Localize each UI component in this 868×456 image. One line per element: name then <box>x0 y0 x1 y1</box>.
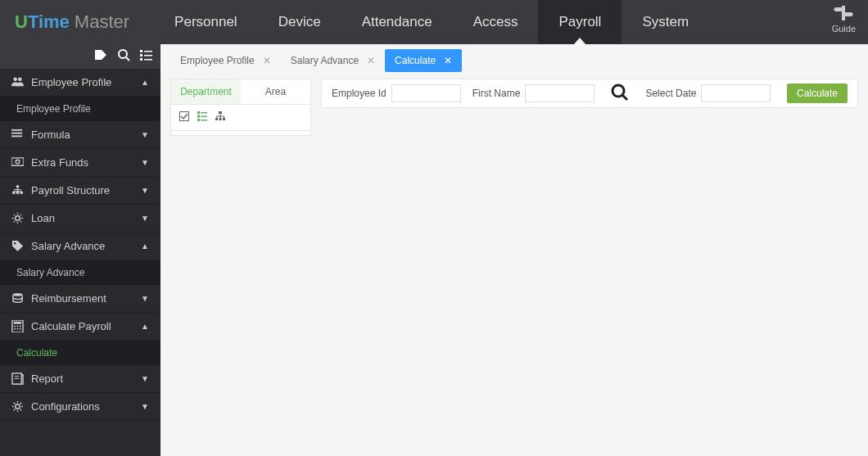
svg-point-33 <box>19 326 20 327</box>
svg-point-57 <box>613 85 624 97</box>
filter-tab-area[interactable]: Area <box>241 79 310 104</box>
tab-label: Employee Profile <box>180 55 255 66</box>
close-icon[interactable]: ✕ <box>367 55 375 66</box>
sidebar-subitem-employee-profile[interactable]: Employee Profile <box>0 97 160 121</box>
topnav-item-device[interactable]: Device <box>258 0 341 44</box>
tab-calculate[interactable]: Calculate✕ <box>385 49 462 72</box>
sidebar-item-label: Salary Advance <box>31 240 105 252</box>
sidebar-item-label: Report <box>31 372 63 385</box>
employee-id-input[interactable] <box>391 84 461 102</box>
svg-marker-1 <box>834 7 845 11</box>
sidebar-item-label: Extra Funds <box>31 156 88 169</box>
tag-icon[interactable] <box>95 50 108 64</box>
svg-rect-45 <box>201 116 207 118</box>
svg-rect-30 <box>13 322 20 324</box>
svg-rect-16 <box>11 135 22 137</box>
tabbar: Employee Profile✕Salary Advance✕Calculat… <box>160 44 868 72</box>
close-icon[interactable]: ✕ <box>263 55 271 66</box>
svg-point-12 <box>13 77 17 81</box>
sidebar-item-reimbursement[interactable]: Reimbursement▼ <box>0 285 160 313</box>
main: Employee Profile▲Employee ProfileFormula… <box>0 44 868 456</box>
check-all-icon[interactable] <box>179 111 189 124</box>
structure-icon <box>10 184 25 196</box>
svg-rect-50 <box>219 118 222 120</box>
select-date-input[interactable] <box>701 84 771 102</box>
tree-list-icon[interactable] <box>197 111 207 124</box>
first-name-field: First Name <box>472 84 595 102</box>
topnav-item-system[interactable]: System <box>622 0 709 44</box>
guide-label: Guide <box>832 24 856 34</box>
sidebar-item-employee-profile[interactable]: Employee Profile▲ <box>0 69 160 97</box>
header: UTimeMaster PersonnelDeviceAttendanceAcc… <box>0 0 868 44</box>
caret-icon: ▼ <box>141 186 149 195</box>
svg-point-32 <box>16 326 18 327</box>
tab-salary-advance[interactable]: Salary Advance✕ <box>281 49 385 72</box>
list-icon[interactable] <box>140 50 152 63</box>
caret-icon: ▲ <box>141 322 149 331</box>
sidebar-item-extra-funds[interactable]: Extra Funds▼ <box>0 149 160 177</box>
filter-tree-body <box>170 131 311 136</box>
logo: UTimeMaster <box>15 11 129 33</box>
guide-button[interactable]: Guide <box>832 4 856 34</box>
caret-icon: ▼ <box>141 294 149 303</box>
svg-rect-9 <box>144 55 152 56</box>
svg-rect-8 <box>140 54 142 56</box>
search-icon <box>611 84 629 102</box>
list-icon <box>10 129 25 141</box>
close-icon[interactable]: ✕ <box>444 55 452 66</box>
tab-employee-profile[interactable]: Employee Profile✕ <box>170 49 281 72</box>
topnav-item-attendance[interactable]: Attendance <box>341 0 453 44</box>
caret-icon: ▼ <box>141 130 149 139</box>
svg-point-18 <box>16 160 20 164</box>
svg-point-20 <box>11 191 15 194</box>
caret-icon: ▼ <box>141 214 149 223</box>
sidebar-item-label: Configurations <box>31 400 100 413</box>
svg-point-26 <box>15 216 20 221</box>
sidebar-item-formula[interactable]: Formula▼ <box>0 121 160 149</box>
sidebar-subitem-calculate[interactable]: Calculate <box>0 341 160 365</box>
sidebar-item-loan[interactable]: Loan▼ <box>0 205 160 233</box>
svg-rect-10 <box>140 58 142 61</box>
calc-icon <box>10 320 25 332</box>
sidebar-item-payroll-structure[interactable]: Payroll Structure▼ <box>0 177 160 205</box>
topnav-item-payroll[interactable]: Payroll <box>538 0 622 44</box>
svg-point-3 <box>97 52 99 53</box>
gear-icon <box>10 212 25 224</box>
first-name-input[interactable] <box>525 84 594 102</box>
sidebar-item-configurations[interactable]: Configurations▼ <box>0 393 160 421</box>
svg-point-31 <box>14 326 16 327</box>
caret-icon: ▼ <box>141 402 149 411</box>
svg-rect-6 <box>140 50 142 52</box>
sidebar-item-label: Employee Profile <box>31 76 111 88</box>
search-icon[interactable] <box>118 49 130 64</box>
topnav-item-personnel[interactable]: Personnel <box>154 0 258 44</box>
search-button[interactable] <box>611 84 629 104</box>
filter-tree-toolbar <box>170 105 311 131</box>
caret-icon: ▲ <box>141 242 149 251</box>
svg-point-28 <box>12 293 21 296</box>
svg-point-34 <box>14 328 16 330</box>
filter-tab-department[interactable]: Department <box>171 79 241 104</box>
filter-bar: Employee Id First Name Select Date Calcu… <box>321 79 858 108</box>
tab-label: Calculate <box>395 55 436 66</box>
svg-line-58 <box>622 95 627 100</box>
svg-rect-17 <box>11 158 24 165</box>
svg-rect-46 <box>197 119 200 121</box>
sidebar-subitem-salary-advance[interactable]: Salary Advance <box>0 260 160 285</box>
sidebar-item-report[interactable]: Report▼ <box>0 365 160 393</box>
sidebar-item-calculate-payroll[interactable]: Calculate Payroll▲ <box>0 313 160 341</box>
topnav-item-access[interactable]: Access <box>453 0 539 44</box>
caret-icon: ▲ <box>141 78 149 87</box>
org-chart-icon[interactable] <box>215 111 225 124</box>
svg-rect-43 <box>201 112 207 114</box>
db-icon <box>10 292 25 305</box>
sidebar-item-label: Formula <box>31 129 70 141</box>
svg-point-40 <box>15 404 20 409</box>
svg-line-5 <box>126 57 129 61</box>
calculate-button[interactable]: Calculate <box>787 84 848 103</box>
money-icon <box>10 156 25 169</box>
sidebar-item-label: Payroll Structure <box>31 184 110 196</box>
sidebar-tools <box>0 44 160 69</box>
filter-panel: DepartmentArea Employee Id <box>160 72 868 141</box>
sidebar-item-salary-advance[interactable]: Salary Advance▲ <box>0 233 160 260</box>
